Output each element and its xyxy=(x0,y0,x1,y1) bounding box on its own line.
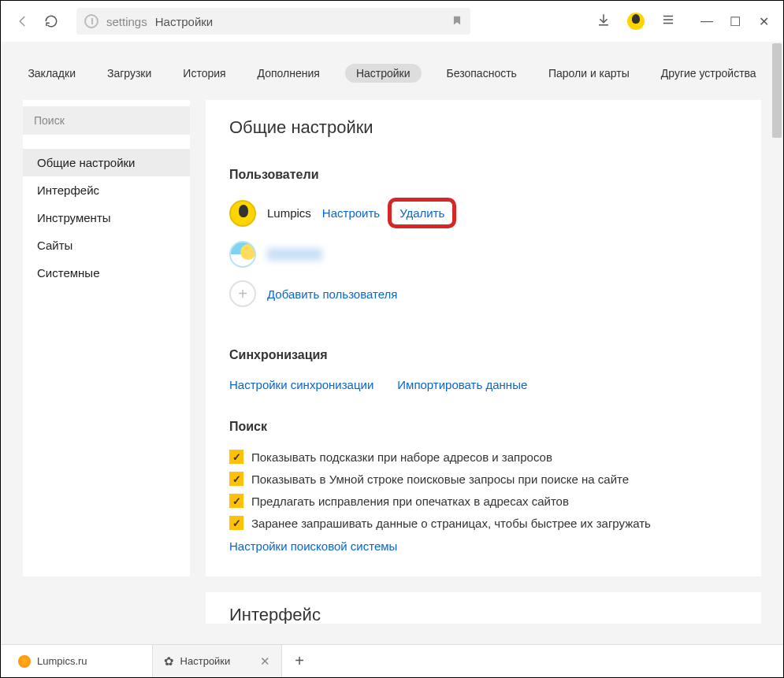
panel-title: Общие настройки xyxy=(229,117,738,138)
checkbox-row[interactable]: ✓ Предлагать исправления при опечатках в… xyxy=(229,494,738,508)
checkbox-label: Заранее запрашивать данные о страницах, … xyxy=(251,517,651,530)
scrollbar[interactable] xyxy=(772,43,782,643)
checkbox-label: Показывать подсказки при наборе адресов … xyxy=(251,450,552,464)
gear-icon: ✿ xyxy=(164,654,174,669)
tab-strip: Lumpics.ru ✿ Настройки ✕ + xyxy=(1,644,783,677)
page-viewport: Закладки Загрузки История Дополнения Нас… xyxy=(1,42,783,644)
site-favicon-icon xyxy=(84,14,98,28)
search-engine-settings-link[interactable]: Настройки поисковой системы xyxy=(229,539,738,553)
user-delete-link[interactable]: Удалить xyxy=(399,206,444,220)
checkbox-row[interactable]: ✓ Показывать в Умной строке поисковые за… xyxy=(229,472,738,486)
tab-lumpics[interactable]: Lumpics.ru xyxy=(7,645,153,677)
nav-bookmarks[interactable]: Закладки xyxy=(21,64,82,83)
top-toolbar: settings Настройки — ☐ ✕ xyxy=(1,1,783,42)
menu-icon[interactable] xyxy=(660,13,676,31)
sidebar-item-interface[interactable]: Интерфейс xyxy=(23,176,190,204)
user-configure-link[interactable]: Настроить xyxy=(322,206,380,220)
browser-window: settings Настройки — ☐ ✕ xyxy=(0,0,784,678)
window-controls: — ☐ ✕ xyxy=(700,14,771,29)
user-name-blurred xyxy=(267,248,322,261)
content-row: Поиск Общие настройки Интерфейс Инструме… xyxy=(1,100,783,576)
maximize-button[interactable]: ☐ xyxy=(728,14,742,29)
scrollbar-thumb[interactable] xyxy=(772,43,782,138)
settings-sidebar: Поиск Общие настройки Интерфейс Инструме… xyxy=(23,100,190,576)
nav-addons[interactable]: Дополнения xyxy=(251,64,326,83)
new-tab-button[interactable]: + xyxy=(282,652,317,670)
checkbox-icon[interactable]: ✓ xyxy=(229,450,243,464)
add-user-link[interactable]: Добавить пользователя xyxy=(267,287,397,301)
checkbox-icon[interactable]: ✓ xyxy=(229,472,243,486)
sidebar-item-system[interactable]: Системные xyxy=(23,259,190,287)
downloads-icon[interactable] xyxy=(596,13,611,31)
sidebar-item-sites[interactable]: Сайты xyxy=(23,232,190,259)
user-row: Lumpics Настроить Удалить xyxy=(229,198,738,228)
toolbar-right: — ☐ ✕ xyxy=(596,13,771,31)
checkbox-row[interactable]: ✓ Заранее запрашивать данные о страницах… xyxy=(229,516,738,530)
nav-settings[interactable]: Настройки xyxy=(345,64,422,83)
checkbox-icon[interactable]: ✓ xyxy=(229,516,243,530)
profile-avatar-icon[interactable] xyxy=(627,13,645,30)
reload-icon[interactable] xyxy=(42,12,61,31)
tab-label: Lumpics.ru xyxy=(37,655,87,667)
checkbox-label: Показывать в Умной строке поисковые запр… xyxy=(251,472,629,486)
back-icon[interactable] xyxy=(13,12,32,31)
add-icon: + xyxy=(229,280,256,307)
user-avatar-icon xyxy=(229,200,256,227)
search-section-title: Поиск xyxy=(229,420,738,434)
tab-label: Настройки xyxy=(180,655,231,667)
checkbox-icon[interactable]: ✓ xyxy=(229,494,243,508)
delete-highlight: Удалить xyxy=(388,198,456,228)
settings-top-nav: Закладки Загрузки История Дополнения Нас… xyxy=(1,42,783,100)
import-data-link[interactable]: Импортировать данные xyxy=(397,378,527,391)
nav-history[interactable]: История xyxy=(176,64,232,83)
next-panel-title: Интерфейс xyxy=(206,592,761,624)
tab-settings[interactable]: ✿ Настройки ✕ xyxy=(153,645,283,677)
bookmark-icon[interactable] xyxy=(451,14,463,29)
sidebar-search-input[interactable]: Поиск xyxy=(23,106,190,135)
checkbox-row[interactable]: ✓ Показывать подсказки при наборе адресо… xyxy=(229,450,738,464)
nav-downloads[interactable]: Загрузки xyxy=(101,64,158,83)
minimize-button[interactable]: — xyxy=(700,14,714,29)
tab-close-icon[interactable]: ✕ xyxy=(260,654,270,669)
address-bar[interactable]: settings Настройки xyxy=(76,8,470,35)
sync-section-title: Синхронизация xyxy=(229,348,738,362)
sidebar-item-general[interactable]: Общие настройки xyxy=(23,149,190,176)
checkbox-label: Предлагать исправления при опечатках в а… xyxy=(251,495,569,508)
add-user-row[interactable]: + Добавить пользователя xyxy=(229,280,738,307)
nav-security[interactable]: Безопасность xyxy=(440,64,523,83)
user-name: Lumpics xyxy=(267,206,311,220)
sidebar-item-tools[interactable]: Инструменты xyxy=(23,204,190,232)
main-panel: Общие настройки Пользователи Lumpics Нас… xyxy=(206,100,761,576)
sync-settings-link[interactable]: Настройки синхронизации xyxy=(229,378,373,391)
address-title: Настройки xyxy=(155,15,214,28)
sync-links: Настройки синхронизации Импортировать да… xyxy=(229,378,738,391)
tab-favicon-icon xyxy=(18,655,31,668)
nav-other-devices[interactable]: Другие устройства xyxy=(655,64,763,83)
user-avatar-icon xyxy=(229,241,256,268)
nav-passwords[interactable]: Пароли и карты xyxy=(542,64,636,83)
address-protocol: settings xyxy=(106,15,147,28)
close-button[interactable]: ✕ xyxy=(756,14,771,29)
user-row xyxy=(229,241,738,268)
users-section-title: Пользователи xyxy=(229,168,738,182)
